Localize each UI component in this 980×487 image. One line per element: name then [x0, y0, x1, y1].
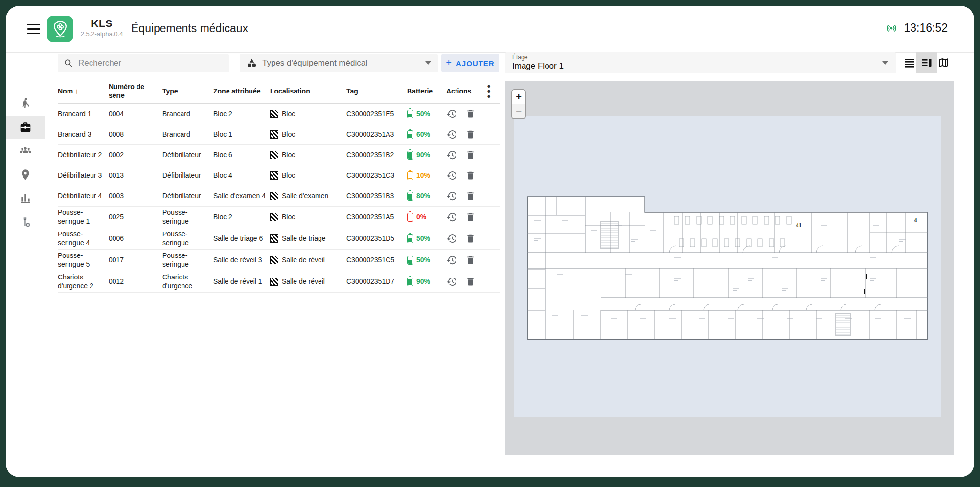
- delete-button[interactable]: [465, 255, 476, 265]
- delete-button[interactable]: [465, 277, 476, 287]
- people-icon: [19, 144, 32, 157]
- cell-location: Bloc: [270, 169, 346, 182]
- delete-button[interactable]: [465, 170, 476, 181]
- table-row[interactable]: Défibrillateur 4 0003 Défibrillateur Sal…: [58, 186, 500, 207]
- table-row[interactable]: Pousse-seringue 5 0017 Pousse-seringue S…: [58, 250, 500, 271]
- cell-type: Brancard: [162, 108, 213, 120]
- battery-icon: [407, 213, 413, 222]
- cell-zone: Bloc 2: [213, 108, 270, 120]
- cell-name: Pousse-seringue 4: [58, 228, 109, 249]
- trash-icon: [465, 233, 476, 244]
- search-input[interactable]: [78, 58, 223, 68]
- column-header: Batterie: [407, 87, 446, 96]
- sidebar-item-locations[interactable]: [6, 163, 45, 186]
- floor-plan-image[interactable]: 414: [527, 196, 928, 340]
- zone-hatch-icon: [270, 130, 278, 139]
- sidebar-item-staff[interactable]: [6, 139, 45, 162]
- floor-select[interactable]: Étage Image Floor 1: [505, 52, 896, 73]
- cell-location-label: Bloc: [282, 110, 295, 118]
- menu-icon[interactable]: [27, 24, 40, 34]
- history-button[interactable]: [446, 149, 457, 161]
- delete-button[interactable]: [465, 233, 476, 244]
- cell-battery: 50%: [407, 232, 446, 245]
- app-frame: KLS 2.5.2-alpha.0.4 Équipements médicaux…: [0, 0, 980, 487]
- cell-actions: [446, 168, 482, 183]
- column-header: Type: [162, 87, 213, 96]
- cell-location-label: Bloc: [282, 213, 295, 222]
- table-header: Nom↓Numéro de sérieTypeZone attribuéeLoc…: [58, 79, 500, 104]
- live-signal-icon: [885, 22, 898, 35]
- trash-icon: [465, 191, 476, 201]
- table-row[interactable]: Défibrillateur 2 0002 Défibrillateur Blo…: [58, 145, 500, 165]
- history-button[interactable]: [446, 276, 457, 287]
- zoom-out-button[interactable]: −: [512, 104, 525, 118]
- battery-icon: [407, 256, 413, 265]
- battery-icon: [407, 110, 413, 118]
- sidebar-item-maintenance[interactable]: [6, 211, 45, 233]
- cell-location-label: Salle de réveil: [282, 278, 325, 286]
- chevron-down-icon: [425, 61, 431, 65]
- row-kebab-space: [482, 215, 495, 219]
- sidebar-item-logout[interactable]: [6, 473, 45, 477]
- column-menu-kebab-icon[interactable]: •••: [482, 84, 495, 99]
- zone-hatch-icon: [270, 192, 278, 200]
- history-button[interactable]: [446, 211, 457, 223]
- cell-serial: 0003: [109, 190, 162, 203]
- history-button[interactable]: [446, 233, 457, 244]
- trash-icon: [465, 255, 476, 265]
- delete-button[interactable]: [465, 191, 476, 201]
- history-icon: [446, 149, 457, 161]
- sidebar-item-equipment[interactable]: [6, 116, 45, 139]
- battery-percent: 50%: [416, 234, 430, 243]
- column-header[interactable]: Nom↓: [58, 87, 109, 96]
- battery-percent: 50%: [416, 256, 430, 265]
- cell-serial: 0012: [109, 276, 162, 288]
- zoom-in-button[interactable]: +: [512, 90, 525, 104]
- battery-percent: 80%: [416, 192, 430, 201]
- trash-icon: [465, 277, 476, 287]
- cell-serial: 0006: [109, 232, 162, 245]
- history-button[interactable]: [446, 190, 457, 202]
- cell-tag: C300002351B3: [346, 190, 407, 203]
- app-card: KLS 2.5.2-alpha.0.4 Équipements médicaux…: [6, 6, 974, 477]
- cell-battery: 90%: [407, 276, 446, 288]
- table-row[interactable]: Brancard 1 0004 Brancard Bloc 2 Bloc C30…: [58, 104, 500, 124]
- clock: 13:16:52: [904, 22, 948, 35]
- cell-type: Défibrillateur: [162, 190, 213, 203]
- row-kebab-space: [482, 133, 495, 137]
- cell-tag: C300002351C5: [346, 254, 407, 267]
- table-row[interactable]: Pousse-seringue 1 0025 Pousse-seringue B…: [58, 207, 500, 228]
- table-row[interactable]: Brancard 3 0008 Brancard Bloc 1 Bloc C30…: [58, 124, 500, 145]
- delete-button[interactable]: [465, 212, 476, 222]
- cell-location-label: Bloc: [282, 130, 295, 139]
- plan-label: 41: [796, 221, 802, 229]
- cell-zone: Bloc 1: [213, 128, 270, 141]
- split-view-icon: [921, 57, 933, 69]
- history-button[interactable]: [446, 170, 457, 181]
- app-name: KLS: [77, 18, 126, 29]
- sidebar-item-statistics[interactable]: [6, 186, 45, 209]
- cell-battery: 10%: [407, 169, 446, 182]
- zone-hatch-icon: [270, 213, 278, 221]
- floor-map-panel[interactable]: 414 + −: [505, 81, 954, 455]
- delete-button[interactable]: [465, 109, 476, 119]
- history-button[interactable]: [446, 129, 457, 140]
- history-button[interactable]: [446, 255, 457, 266]
- add-button[interactable]: + AJOUTER: [441, 54, 499, 72]
- cell-serial: 0002: [109, 149, 162, 162]
- view-toggle-map[interactable]: [934, 52, 954, 73]
- equipment-type-filter[interactable]: Types d'équipement médical: [240, 54, 438, 72]
- cell-tag: C300002351C3: [346, 169, 407, 182]
- delete-button[interactable]: [465, 150, 476, 160]
- table-row[interactable]: Défibrillateur 3 0013 Défibrillateur Blo…: [58, 165, 500, 186]
- cell-actions: [446, 253, 482, 268]
- history-button[interactable]: [446, 108, 457, 119]
- cell-location-label: Salle de réveil: [282, 256, 325, 265]
- cell-zone: Bloc 4: [213, 169, 270, 182]
- sidebar-item-patients[interactable]: [6, 92, 45, 115]
- floor-select-label: Étage: [512, 54, 889, 61]
- table-row[interactable]: Chariots d'urgence 2 0012 Chariots d'urg…: [58, 271, 500, 293]
- delete-button[interactable]: [465, 129, 476, 139]
- table-row[interactable]: Pousse-seringue 4 0006 Pousse-seringue S…: [58, 228, 500, 250]
- cell-name: Pousse-seringue 5: [58, 250, 109, 271]
